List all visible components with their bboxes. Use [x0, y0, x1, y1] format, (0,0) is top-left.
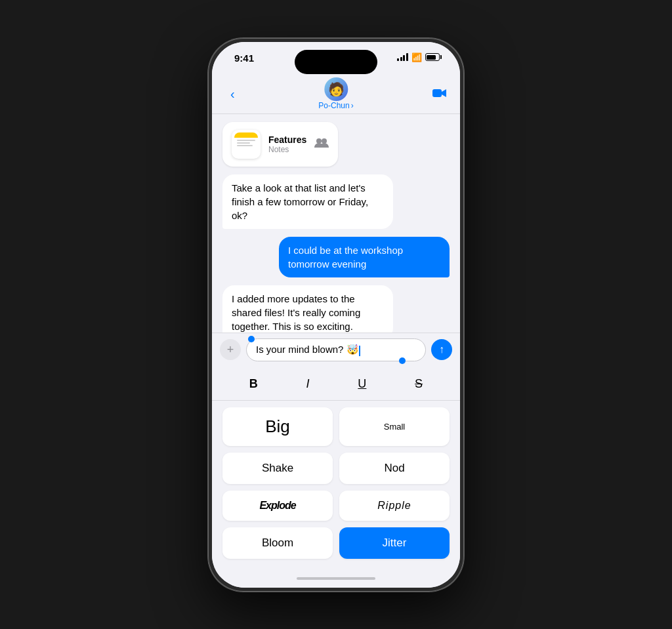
svg-rect-0 — [432, 89, 442, 97]
status-time: 9:41 — [234, 52, 254, 64]
back-button[interactable]: ‹ — [225, 81, 240, 107]
contact-name: Po-Chun — [318, 101, 349, 110]
selection-handle-left — [248, 336, 255, 342]
message-bubble: I could be at the workshop tomorrow even… — [279, 237, 450, 277]
effect-ripple-button[interactable]: Ripple — [339, 491, 450, 521]
effect-small-button[interactable]: Small — [339, 407, 450, 446]
effects-grid: Big Small Shake Nod Explode Ripple Bloom… — [212, 401, 460, 569]
selection-handle-right — [399, 357, 406, 364]
contact-header[interactable]: 🧑 Po-Chun › — [318, 77, 353, 110]
message-row: I could be at the workshop tomorrow even… — [222, 237, 450, 277]
home-bar — [297, 577, 375, 580]
effect-jitter-label: Jitter — [383, 537, 407, 550]
italic-button[interactable]: I — [300, 375, 316, 394]
input-area: + Is your mind blown? 🤯 ↑ — [212, 333, 460, 367]
effect-small-label: Small — [384, 422, 406, 432]
effect-big-button[interactable]: Big — [222, 407, 333, 446]
effect-bloom-button[interactable]: Bloom — [222, 527, 333, 559]
message-row: Take a look at that list and let's finis… — [222, 174, 450, 229]
bold-button[interactable]: B — [243, 375, 264, 394]
formatting-toolbar: B I U S — [212, 368, 460, 401]
effect-ripple-label: Ripple — [377, 500, 411, 512]
note-info: Features Notes — [268, 134, 306, 154]
input-text: Is your mind blown? 🤯 — [256, 344, 416, 355]
effect-jitter-button[interactable]: Jitter — [339, 527, 450, 559]
signal-icon — [397, 53, 408, 61]
phone-screen: 9:41 📶 ‹ — [212, 42, 460, 588]
status-icons: 📶 — [397, 52, 442, 62]
shared-note-card[interactable]: Features Notes — [222, 122, 338, 167]
nav-bar: ‹ 🧑 Po-Chun › — [212, 75, 460, 114]
strikethrough-button[interactable]: S — [408, 375, 429, 394]
avatar: 🧑 — [324, 77, 348, 101]
effect-nod-label: Nod — [384, 462, 404, 475]
svg-point-1 — [316, 138, 322, 144]
chevron-right-icon: › — [351, 101, 354, 110]
add-attachment-button[interactable]: + — [220, 339, 241, 360]
effect-explode-button[interactable]: Explode — [222, 491, 333, 521]
text-cursor — [359, 346, 360, 356]
share-people-icon — [314, 136, 329, 152]
note-title: Features — [268, 134, 306, 145]
home-indicator — [212, 569, 460, 588]
wifi-icon: 📶 — [411, 52, 422, 62]
effect-nod-button[interactable]: Nod — [339, 453, 450, 484]
input-row: + Is your mind blown? 🤯 ↑ — [220, 338, 452, 361]
send-arrow-icon: ↑ — [439, 344, 444, 355]
battery-icon — [425, 53, 442, 61]
status-bar: 9:41 📶 — [212, 42, 460, 75]
svg-point-2 — [322, 138, 327, 144]
note-subtitle: Notes — [268, 145, 306, 154]
note-icon — [232, 130, 261, 159]
message-bubble: Take a look at that list and let's finis… — [222, 174, 393, 229]
effect-bloom-label: Bloom — [262, 537, 293, 550]
phone-frame: 9:41 📶 ‹ — [208, 38, 464, 592]
effect-shake-label: Shake — [262, 462, 293, 475]
underline-button[interactable]: U — [351, 375, 373, 394]
send-button[interactable]: ↑ — [431, 339, 452, 360]
message-row: I added more updates to the shared files… — [222, 285, 450, 333]
video-call-button[interactable] — [432, 87, 447, 102]
message-input[interactable]: Is your mind blown? 🤯 — [246, 338, 426, 361]
effect-explode-label: Explode — [259, 500, 295, 512]
effect-big-label: Big — [265, 416, 290, 437]
dynamic-island — [295, 50, 377, 74]
messages-area: Features Notes Take a look at that list … — [212, 114, 460, 333]
message-bubble: I added more updates to the shared files… — [222, 285, 393, 333]
effect-shake-button[interactable]: Shake — [222, 453, 333, 484]
